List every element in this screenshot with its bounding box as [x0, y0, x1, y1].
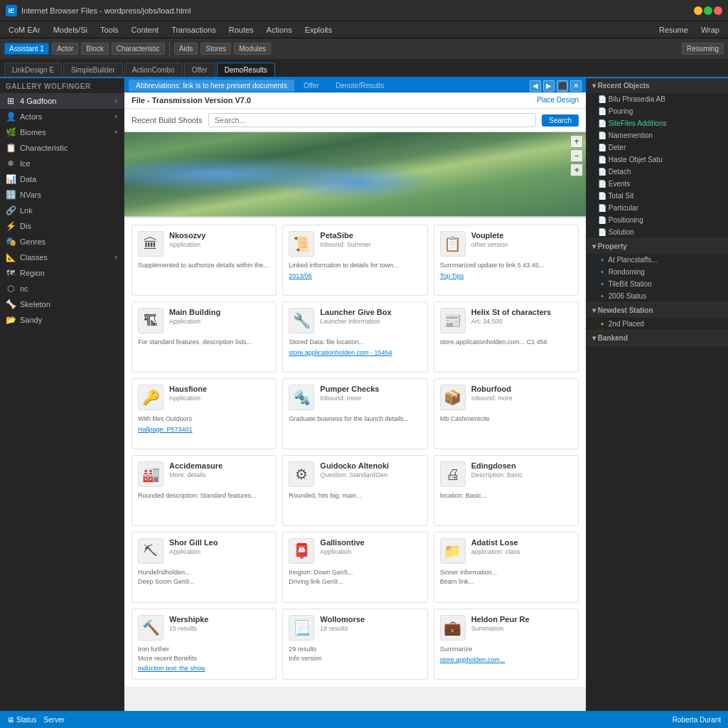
inner-btn-2[interactable]: ▶ [543, 80, 555, 92]
sidebar-item-lnk[interactable]: 🔗 Lnk [0, 203, 124, 218]
sidebar-item-classes[interactable]: 📐 Classes ▾ [0, 250, 124, 265]
grid-item-4[interactable]: 🔧 Launcher Give Box Launcher information… [282, 301, 427, 373]
right-item-solution[interactable]: 📄 Solution [587, 226, 728, 238]
grid-item-11[interactable]: 🖨 Edingdosen Description: Basic location… [434, 455, 579, 526]
minimize-button[interactable] [694, 6, 702, 15]
map-zoom-out[interactable]: − [570, 149, 583, 162]
right-item-namemention[interactable]: 📄 Namemention [587, 129, 728, 141]
inner-tab-1[interactable]: Abbreviations: link is to here present d… [129, 80, 294, 92]
menu-resume[interactable]: Resume [653, 24, 694, 36]
sidebar-item-gadfoon[interactable]: ⊞ 4 Gadfoon ▾ [0, 93, 124, 109]
right-item-positioning[interactable]: 📄 Positioning [587, 214, 728, 226]
sidebar-item-data[interactable]: 📊 Data [0, 171, 124, 187]
right-item-totalsite[interactable]: 📄 Total Sit [587, 190, 728, 202]
grid-item-8[interactable]: 📦 Roburfood Inbound: more Mb Cashmentcit… [434, 378, 579, 449]
right-item-plancstaffs[interactable]: 🔹 At Plancstaffs... [587, 254, 728, 266]
inner-tab-results[interactable]: Denote/Results [328, 80, 391, 92]
search-button[interactable]: Search [542, 114, 579, 127]
grid-item-13[interactable]: 📮 Gallisontive Application Inngton: Down… [282, 532, 427, 603]
toolbar-block[interactable]: Block [81, 43, 108, 55]
grid-link-17[interactable]: store.appholden.com... [440, 656, 572, 663]
right-item-deter[interactable]: 📄 Deter [587, 141, 728, 154]
right-item-tilebit[interactable]: 🔹 TileBit Station [587, 278, 728, 290]
grid-item-2[interactable]: 📋 Vouplete other version Summarized upda… [434, 225, 579, 296]
menu-wrap[interactable]: Wrap [695, 24, 725, 36]
menu-com-ear[interactable]: CoM EAr [3, 24, 46, 36]
tab-linkdesign[interactable]: LinkDesign E [4, 63, 62, 77]
grid-link-2[interactable]: Top Tips [440, 272, 572, 279]
toolbar-resuming[interactable]: Resuming [682, 43, 724, 55]
grid-link-1[interactable]: 2013/06 [289, 272, 421, 279]
sidebar-item-region[interactable]: 🗺 Region [0, 265, 124, 281]
grid-item-7[interactable]: 🔩 Pumper Checks Inbound: more Graduate b… [282, 378, 427, 449]
right-item-2ndplaced[interactable]: 🔸 2nd Placed [587, 318, 728, 330]
property-header[interactable]: ▾ Property [587, 239, 728, 254]
grid-link-4[interactable]: store.applicationholden.com - 15454 [289, 349, 421, 356]
grid-item-10[interactable]: ⚙ Guidocko Altenoki Question: StandardGe… [282, 455, 427, 526]
grid-item-1[interactable]: 📜 PetaSibe Inbound: Summer Linked inform… [282, 225, 427, 296]
menu-actions[interactable]: Actions [261, 24, 298, 36]
menu-routes[interactable]: Routes [223, 24, 259, 36]
toolbar-stores[interactable]: Stores [200, 43, 231, 55]
inner-btn-1[interactable]: ◀ [530, 80, 541, 92]
grid-link-15[interactable]: Induction text: the show [138, 665, 270, 672]
inner-btn-3[interactable]: ⬛ [557, 80, 568, 92]
search-input[interactable] [208, 113, 537, 127]
map-container[interactable]: + − ⌖ [124, 132, 586, 218]
right-item-detach[interactable]: 📄 Detach [587, 166, 728, 178]
newdest-header[interactable]: ▾ Newdest Station [587, 303, 728, 318]
right-item-haste[interactable]: 📄 Haste Objet Satu [587, 154, 728, 166]
sidebar-item-characteristic[interactable]: 📋 Characteristic [0, 140, 124, 156]
right-item-particular[interactable]: 📄 Particular [587, 202, 728, 214]
grid-item-12[interactable]: ⛏ Shor Gill Leo Application Hundefridhol… [132, 532, 277, 603]
inner-tab-offer[interactable]: Offer [296, 80, 326, 92]
right-item-rondoming[interactable]: 🔹 Rondoming [587, 266, 728, 278]
grid-item-16[interactable]: 📃 Wollomorse 18 results 29 resultsInfo v… [282, 609, 427, 680]
tab-simplebuilder[interactable]: SimpleBuilder [63, 63, 123, 77]
menu-exploits[interactable]: Exploits [299, 24, 338, 36]
menu-tools[interactable]: Tools [95, 24, 124, 36]
inner-btn-4[interactable]: ✕ [570, 80, 582, 92]
tab-actioncombo[interactable]: ActionCombo [124, 63, 183, 77]
right-item-bilu[interactable]: 📄 Bilu Phrasedia AB [587, 93, 728, 105]
toolbar-actor[interactable]: Actor [52, 43, 78, 55]
toolbar-characteristic[interactable]: Characteristic [112, 43, 165, 55]
toolbar-assistant[interactable]: Assistant 1 [4, 43, 49, 55]
bankend-header[interactable]: ▾ Bankend [587, 331, 728, 346]
map-zoom-in[interactable]: + [570, 135, 583, 148]
close-button[interactable] [714, 6, 722, 15]
grid-item-6[interactable]: 🔑 Hausfione Application With files Outdo… [132, 378, 277, 449]
right-item-sitefiles[interactable]: 📄 SiteFiles Additions [587, 117, 728, 129]
toolbar-aids[interactable]: Aids [174, 43, 198, 55]
right-item-pouring[interactable]: 📄 Pouring [587, 105, 728, 117]
sidebar-item-sandy[interactable]: 📂 Sandy [0, 312, 124, 328]
sidebar-item-dis[interactable]: ⚡ Dis [0, 218, 124, 234]
grid-item-15[interactable]: 🔨 Wershipke 15 results Iron furtherMore … [132, 609, 277, 680]
menu-content[interactable]: Content [126, 24, 165, 36]
grid-item-14[interactable]: 📁 Adatist Lose application: class Sinner… [434, 532, 579, 603]
sidebar-item-nvars[interactable]: 🔢 NVars [0, 187, 124, 203]
recent-header[interactable]: ▾ Recent Objects [587, 78, 728, 93]
sidebar-item-skeleton[interactable]: 🦴 Skeleton [0, 296, 124, 312]
tab-demoresults[interactable]: DemoResults [217, 63, 275, 77]
sidebar-item-biomes[interactable]: 🌿 Biomes ▾ [0, 124, 124, 140]
toolbar-modules[interactable]: Modules [234, 43, 271, 55]
sidebar-item-actors[interactable]: 👤 Actors ▾ [0, 109, 124, 124]
maximize-button[interactable] [704, 6, 712, 15]
sidebar-item-nc[interactable]: ⬡ nc [0, 281, 124, 296]
grid-link-6[interactable]: Hallpage: P573401 [138, 426, 270, 433]
grid-item-0[interactable]: 🏛 Nkosozvy Application Supplemented to a… [132, 225, 277, 296]
sidebar-item-ice[interactable]: ❄ Ice [0, 156, 124, 171]
sidebar-item-genres[interactable]: 🎭 Genres [0, 234, 124, 250]
place-design-link[interactable]: Place Design [537, 96, 579, 105]
right-item-2006status[interactable]: 🔹 2006 Status [587, 290, 728, 302]
grid-item-9[interactable]: 🏭 Accidemasure More: details Rounded des… [132, 455, 277, 526]
grid-item-3[interactable]: 🏗 Main Building Application For standard… [132, 301, 277, 373]
map-reset[interactable]: ⌖ [570, 164, 583, 176]
menu-models[interactable]: Models/Si [48, 24, 93, 36]
grid-item-17[interactable]: 💼 Heldon Peur Re Summation Summarize sto… [434, 609, 579, 680]
right-item-events[interactable]: 📄 Events [587, 178, 728, 190]
tab-offer[interactable]: Offer [184, 63, 215, 77]
grid-item-5[interactable]: 📰 Helix St of characters Art: 34,500 sto… [434, 301, 579, 373]
menu-transactions[interactable]: Transactions [166, 24, 222, 36]
